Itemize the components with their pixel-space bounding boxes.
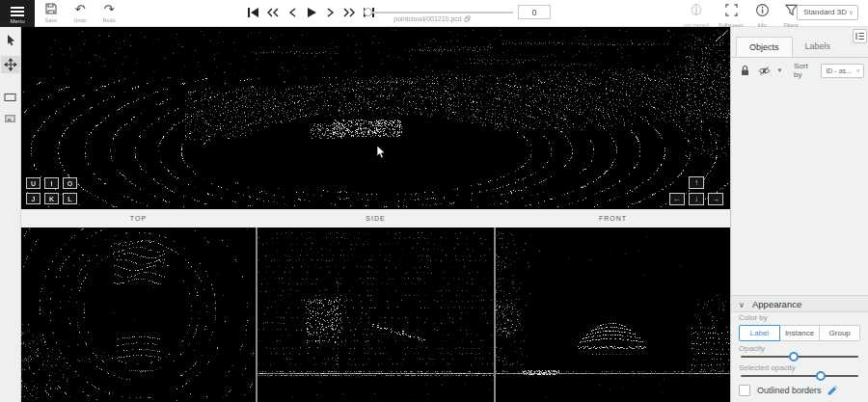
hotkey-k[interactable]: K (44, 193, 59, 204)
playback-controls (246, 0, 376, 25)
collapse-chevron-icon: ∨ (739, 301, 745, 309)
sort-select[interactable]: ID - as... ∨ (821, 64, 864, 78)
side-view-canvas[interactable] (258, 228, 494, 402)
play-icon (306, 7, 317, 18)
front-view-canvas[interactable] (496, 228, 730, 402)
hide-all-button[interactable] (758, 66, 776, 76)
main-3d-canvas[interactable] (21, 27, 730, 209)
selected-opacity-slider[interactable] (741, 375, 858, 377)
color-by-segment: Label Instance Group (739, 325, 860, 341)
object-list-controls: ▼ Sort by ID - as... ∨ (740, 62, 864, 79)
save-icon (37, 2, 66, 16)
appearance-section-header[interactable]: ∨ Appearance (731, 295, 868, 312)
sort-by-label: Sort by (794, 62, 817, 79)
lock-icon (740, 65, 750, 76)
outlined-borders-label: Outlined borders (757, 386, 822, 395)
filters-label: Filters (773, 22, 808, 28)
fast-forward-icon (343, 7, 356, 18)
undo-icon: ↶ (66, 2, 95, 16)
opacity-slider[interactable] (741, 356, 858, 358)
previous-frame-button[interactable] (285, 5, 299, 20)
appearance-title: Appearance (752, 299, 801, 309)
hotkey-l[interactable]: L (63, 193, 77, 204)
fast-forward-button[interactable] (342, 5, 357, 20)
ai-model-button[interactable]: not trained (679, 3, 714, 28)
fullscreen-button[interactable]: Fullscreen (714, 3, 748, 28)
move-tool-icon (4, 58, 17, 71)
pan-arrow-keys: ↑ ← ↓ → (669, 173, 723, 205)
cuboid-tool-button[interactable] (1, 89, 20, 106)
arrow-up-button[interactable]: ↑ (689, 176, 704, 189)
color-by-label: Color by (739, 313, 768, 322)
color-by-instance-button[interactable]: Instance (780, 325, 821, 341)
arrow-down-button[interactable]: ↓ (689, 193, 704, 205)
redo-button[interactable]: ↷ Redo (95, 2, 123, 23)
cuboid-tool-icon (4, 93, 16, 102)
hotkey-o[interactable]: O (63, 177, 77, 189)
chevron-down-icon: ∨ (856, 65, 860, 77)
view-mode-select[interactable]: Standard 3D ∨ (797, 5, 858, 20)
caret-down-icon[interactable]: ▼ (777, 67, 794, 73)
rotation-hotkeys: U I O J K L (26, 174, 77, 204)
menu-label: Menu (0, 18, 35, 24)
sort-value: ID - as... (826, 67, 851, 74)
chevron-down-icon: ∨ (849, 6, 854, 19)
color-by-label-button[interactable]: Label (739, 325, 780, 341)
menu-button[interactable]: Menu (0, 0, 35, 27)
next-frame-button[interactable] (323, 5, 338, 20)
edit-pencil-icon[interactable] (827, 385, 838, 396)
save-label: Save (37, 17, 66, 23)
ortho-viewports (21, 228, 730, 402)
image-context-button[interactable] (1, 110, 20, 127)
filename-label: pointcloud/001210.pcd (374, 15, 490, 22)
arrow-left-button[interactable]: ← (669, 193, 685, 205)
top-toolbar: Menu Save ↶ Undo ↷ Redo pointcloud/00121… (0, 0, 868, 27)
timeline-handle[interactable] (364, 8, 372, 16)
tab-labels[interactable]: Labels (793, 37, 844, 57)
info-icon (755, 3, 770, 17)
frame-number-input[interactable] (518, 5, 551, 19)
outlined-borders-checkbox[interactable] (739, 385, 750, 396)
hotkey-u[interactable]: U (26, 177, 41, 189)
color-by-group-button[interactable]: Group (820, 325, 860, 341)
save-button[interactable]: Save (37, 2, 66, 23)
lock-all-button[interactable] (740, 65, 758, 76)
redo-icon: ↷ (95, 2, 123, 16)
link-icon (464, 15, 471, 22)
tab-objects[interactable]: Objects (736, 37, 793, 57)
selected-opacity-slider-handle[interactable] (816, 371, 826, 381)
pan-tool-button[interactable] (1, 56, 20, 73)
right-panel: Objects Labels ▼ Sort by ID - as... ∨ ∨ … (730, 27, 868, 402)
undo-label: Undo (66, 17, 95, 23)
fullscreen-label: Fullscreen (714, 22, 748, 28)
hotkey-j[interactable]: J (26, 193, 41, 204)
ai-status-label: not trained (679, 22, 714, 28)
previous-icon (287, 7, 297, 18)
top-view-label: TOP (21, 209, 256, 228)
selected-opacity-label: Selected opacity (739, 363, 796, 372)
hotkey-i[interactable]: I (44, 177, 59, 189)
brain-icon (689, 3, 704, 17)
outlined-borders-row: Outlined borders (739, 385, 838, 396)
next-icon (326, 7, 336, 18)
undo-button[interactable]: ↶ Undo (66, 2, 95, 23)
front-view-label: FRONT (496, 209, 730, 228)
arrow-right-button[interactable]: → (708, 193, 723, 205)
opacity-slider-handle[interactable] (789, 352, 799, 362)
panel-tabs: Objects Labels (731, 37, 868, 58)
opacity-label: Opacity (739, 344, 765, 353)
cursor-tool-icon (5, 34, 16, 46)
side-view-label: SIDE (258, 209, 494, 228)
hamburger-icon (0, 0, 35, 16)
main-3d-viewport: U I O J K L ↑ ← ↓ → (21, 27, 730, 209)
top-view-canvas[interactable] (21, 228, 256, 402)
fast-rewind-button[interactable] (265, 5, 280, 20)
timeline-slider[interactable] (368, 12, 513, 13)
ortho-label-strip: TOP SIDE FRONT (21, 209, 730, 228)
eye-off-icon (758, 66, 771, 76)
skip-first-icon (247, 7, 259, 18)
play-button[interactable] (304, 5, 318, 20)
select-tool-button[interactable] (1, 31, 20, 48)
skip-first-button[interactable] (246, 5, 260, 20)
image-icon (4, 114, 16, 123)
